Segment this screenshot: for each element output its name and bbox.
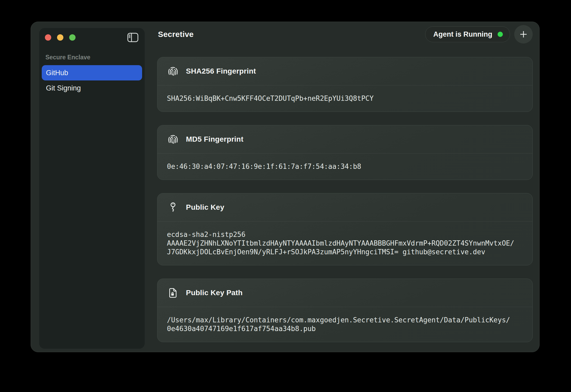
- card-header: Public Key: [157, 193, 532, 221]
- titlebar: [39, 28, 145, 42]
- sidebar-item-label: GitHub: [46, 69, 68, 77]
- detail-card: SHA256 Fingerprint SHA256:WiBqBK+Cnw5KFF…: [157, 57, 533, 112]
- zoom-button[interactable]: [69, 34, 76, 41]
- sidebar-item-label: Git Signing: [46, 84, 81, 92]
- card-value: /Users/max/Library/Containers/com.maxgoe…: [157, 307, 532, 342]
- sidebar: Secure Enclave GitHubGit Signing: [39, 28, 145, 349]
- window-title: Secretive: [158, 30, 194, 39]
- close-button[interactable]: [45, 34, 51, 41]
- plus-icon: [519, 30, 528, 39]
- card-title: Public Key: [186, 203, 224, 212]
- card-value: ecdsa-sha2-nistp256 AAAAE2VjZHNhLXNoYTIt…: [157, 221, 532, 265]
- card-title: SHA256 Fingerprint: [186, 67, 256, 75]
- card-value: SHA256:WiBqBK+Cnw5KFF4OCeT2DUTqPb+neR2Ep…: [157, 85, 532, 112]
- fingerprint-icon: [167, 65, 179, 77]
- sidebar-toggle-button[interactable]: [127, 33, 138, 42]
- key-icon: [167, 201, 179, 213]
- card-title: MD5 Fingerprint: [186, 135, 244, 144]
- detail-card: Public Key ecdsa-sha2-nistp256 AAAAE2VjZ…: [157, 193, 533, 265]
- sidebar-list: GitHubGit Signing: [39, 65, 145, 96]
- sidebar-section-header: Secure Enclave: [45, 54, 145, 61]
- minimize-button[interactable]: [57, 34, 63, 41]
- sidebar-item-github[interactable]: GitHub: [42, 65, 142, 80]
- card-value: 0e:46:30:a4:07:47:16:9e:1f:61:7a:f7:54:a…: [157, 153, 532, 180]
- sidebar-left-icon: [127, 33, 138, 42]
- sidebar-item-git-signing[interactable]: Git Signing: [42, 80, 142, 96]
- card-header: MD5 Fingerprint: [157, 125, 532, 153]
- card-header: Public Key Path: [157, 279, 532, 307]
- key-detail-cards: SHA256 Fingerprint SHA256:WiBqBK+Cnw5KFF…: [157, 57, 533, 342]
- add-key-button[interactable]: [514, 25, 533, 44]
- secretive-window: Secure Enclave GitHubGit Signing Secreti…: [31, 22, 540, 352]
- fingerprint-icon: [167, 133, 179, 145]
- status-green-dot: [498, 32, 503, 37]
- agent-status-label: Agent is Running: [433, 30, 492, 39]
- card-header: SHA256 Fingerprint: [157, 57, 532, 85]
- main-header: Secretive Agent is Running: [145, 22, 533, 47]
- detail-card: MD5 Fingerprint 0e:46:30:a4:07:47:16:9e:…: [157, 125, 533, 180]
- main-content: Secretive Agent is Running: [145, 22, 533, 352]
- agent-status-pill[interactable]: Agent is Running: [425, 26, 510, 42]
- doc-lock-icon: [167, 287, 179, 299]
- card-title: Public Key Path: [186, 289, 243, 297]
- detail-card: Public Key Path /Users/max/Library/Conta…: [157, 279, 533, 342]
